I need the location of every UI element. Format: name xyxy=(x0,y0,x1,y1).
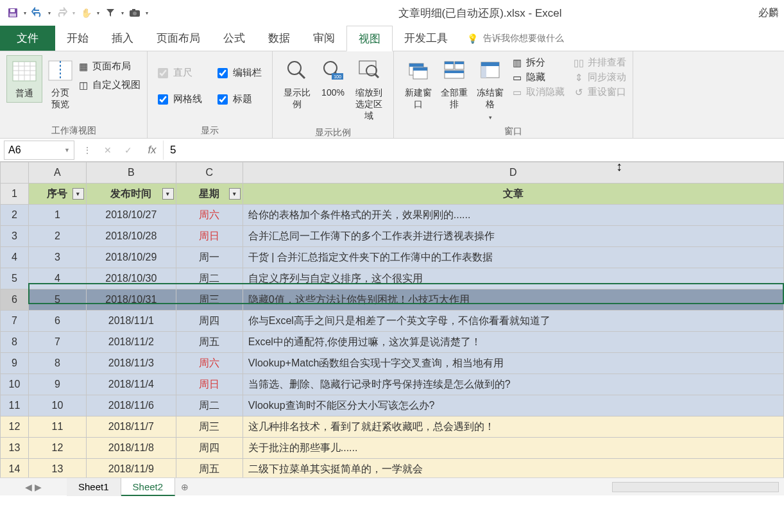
header-seq[interactable]: 序号▾ xyxy=(28,184,86,205)
cell-seq[interactable]: 12 xyxy=(28,438,86,459)
arrange-all-button[interactable]: 全部重排 xyxy=(436,55,472,113)
row-header[interactable]: 7 xyxy=(1,311,29,332)
tab-view[interactable]: 视图 xyxy=(346,26,393,51)
tab-file[interactable]: 文件 xyxy=(0,26,55,51)
cell-date[interactable]: 2018/11/1 xyxy=(86,311,176,332)
row-header[interactable]: 5 xyxy=(1,268,29,289)
redo-dropdown[interactable]: ▾ xyxy=(71,5,77,21)
tab-formula[interactable]: 公式 xyxy=(212,26,257,51)
cell-week[interactable]: 周六 xyxy=(176,353,243,374)
qat-dropdown-2[interactable]: ▾ xyxy=(95,5,101,21)
filter-button[interactable] xyxy=(103,5,118,21)
cell-seq[interactable]: 1 xyxy=(28,205,86,226)
cell-week[interactable]: 周二 xyxy=(176,395,243,416)
cell-date[interactable]: 2018/10/31 xyxy=(86,289,176,311)
cell-seq[interactable]: 6 xyxy=(28,311,86,332)
cell-seq[interactable]: 13 xyxy=(28,459,86,478)
cell-week[interactable]: 周日 xyxy=(176,374,243,395)
row-header[interactable]: 1 xyxy=(1,184,29,205)
tab-layout[interactable]: 页面布局 xyxy=(145,26,212,51)
cell-article[interactable]: 自定义序列与自定义排序，这个很实用 xyxy=(243,268,783,289)
table-row[interactable]: 542018/10/30周二自定义序列与自定义排序，这个很实用 xyxy=(1,268,784,289)
normal-view-button[interactable]: 普通 xyxy=(6,55,42,103)
filter-week[interactable]: ▾ xyxy=(229,188,241,200)
row-header[interactable]: 9 xyxy=(1,353,29,374)
cell-article[interactable]: Vlookup查询时不能区分大小写该怎么办? xyxy=(243,395,783,416)
zoom-selection-button[interactable]: 缩放到 选定区域 xyxy=(351,55,387,124)
row-header[interactable]: 8 xyxy=(1,332,29,353)
table-row[interactable]: 652018/10/31周三隐藏0值，这些方法让你告别困扰！小技巧大作用 xyxy=(1,289,784,311)
camera-button[interactable] xyxy=(127,5,142,21)
cell-week[interactable]: 周一 xyxy=(176,247,243,268)
cell-date[interactable]: 2018/11/4 xyxy=(86,374,176,395)
name-box[interactable]: A6▼ xyxy=(4,141,74,160)
table-row[interactable]: 212018/10/27周六给你的表格加个条件格式的开关，效果刚刚的...... xyxy=(1,205,784,226)
save-button[interactable] xyxy=(5,5,21,21)
zoom-button[interactable]: 显示比例 xyxy=(279,55,315,113)
cell-date[interactable]: 2018/11/7 xyxy=(86,416,176,438)
col-header-B[interactable]: B xyxy=(86,162,176,184)
qat-dropdown-3[interactable]: ▾ xyxy=(119,5,126,21)
row-header[interactable]: 11 xyxy=(1,395,29,416)
undo-button[interactable] xyxy=(30,5,45,21)
tab-data[interactable]: 数据 xyxy=(257,26,302,51)
cell-seq[interactable]: 10 xyxy=(28,395,86,416)
page-layout-button[interactable]: ▦页面布局 xyxy=(78,60,141,73)
cell-seq[interactable]: 2 xyxy=(28,226,86,247)
cell-article[interactable]: 你与Excel高手之间只是相差了一个英文字母，不信你看看就知道了 xyxy=(243,311,783,332)
sheet-tab-1[interactable]: Sheet1 xyxy=(67,478,121,496)
header-article[interactable]: 文章 xyxy=(243,184,783,205)
col-header-D[interactable]: D xyxy=(243,162,783,184)
cell-week[interactable]: 周三 xyxy=(176,289,243,311)
headings-checkbox[interactable]: 标题 xyxy=(217,93,262,105)
table-row[interactable]: 432018/10/29周一干货 | 合并汇总指定文件夹下的工作薄中的工作表数据 xyxy=(1,247,784,268)
hide-button[interactable]: ▭隐藏 xyxy=(512,71,565,83)
row-header[interactable]: 12 xyxy=(1,416,29,438)
cell-article[interactable]: 二级下拉菜单其实挺简单的，一学就会 xyxy=(243,459,783,478)
table-row[interactable]: 762018/11/1周四你与Excel高手之间只是相差了一个英文字母，不信你看… xyxy=(1,311,784,332)
table-row[interactable]: 11102018/11/6周二Vlookup查询时不能区分大小写该怎么办? xyxy=(1,395,784,416)
table-row[interactable]: 982018/11/3周六Vlookup+Match函数组合实现十字交叉查询，相… xyxy=(1,353,784,374)
cell-week[interactable]: 周五 xyxy=(176,332,243,353)
table-row[interactable]: 12112018/11/7周三这几种排名技术，看到了就赶紧收藏吧，总会遇到的！ xyxy=(1,416,784,438)
cell-article[interactable]: Vlookup+Match函数组合实现十字交叉查询，相当地有用 xyxy=(243,353,783,374)
cell-week[interactable]: 周五 xyxy=(176,459,243,478)
header-date[interactable]: 发布时间▾ xyxy=(86,184,176,205)
row-header[interactable]: 10 xyxy=(1,374,29,395)
cell-article[interactable]: 合并汇总同一工作薄下的多个工作表并进行透视表操作 xyxy=(243,226,783,247)
tab-home[interactable]: 开始 xyxy=(55,26,100,51)
namebox-expand-icon[interactable]: ⋮ xyxy=(78,141,96,159)
redo-button[interactable] xyxy=(54,5,69,21)
cell-date[interactable]: 2018/10/28 xyxy=(86,226,176,247)
table-row[interactable]: 14132018/11/9周五二级下拉菜单其实挺简单的，一学就会 xyxy=(1,459,784,478)
undo-dropdown[interactable]: ▾ xyxy=(46,5,53,21)
table-row[interactable]: 322018/10/28周日合并汇总同一工作薄下的多个工作表并进行透视表操作 xyxy=(1,226,784,247)
cell-date[interactable]: 2018/11/3 xyxy=(86,353,176,374)
custom-views-button[interactable]: ◫自定义视图 xyxy=(78,79,141,91)
cell-week[interactable]: 周六 xyxy=(176,205,243,226)
row-header[interactable]: 3 xyxy=(1,226,29,247)
header-week[interactable]: 星期▾ xyxy=(176,184,243,205)
sheet-tab-2[interactable]: Sheet2 xyxy=(121,478,176,496)
filter-date[interactable]: ▾ xyxy=(162,188,174,200)
cell-article[interactable]: Excel中的通配符,你使用过嘛，这次算是说清楚了！ xyxy=(243,332,783,353)
formula-bar[interactable]: 5 xyxy=(163,141,784,160)
cell-date[interactable]: 2018/11/9 xyxy=(86,459,176,478)
cell-week[interactable]: 周四 xyxy=(176,438,243,459)
cell-date[interactable]: 2018/10/27 xyxy=(86,205,176,226)
sheet-nav-prev[interactable]: ◀ xyxy=(25,482,32,492)
row-header[interactable]: 14 xyxy=(1,459,29,478)
cell-article[interactable]: 关于批注的那些事儿...... xyxy=(243,438,783,459)
table-row[interactable]: 1092018/11/4周日当筛选、删除、隐藏行记录时序号保持连续是怎么做到的? xyxy=(1,374,784,395)
cell-seq[interactable]: 11 xyxy=(28,416,86,438)
cell-date[interactable]: 2018/11/2 xyxy=(86,332,176,353)
tab-review[interactable]: 审阅 xyxy=(302,26,346,51)
split-button[interactable]: ▥拆分 xyxy=(512,56,565,69)
touch-mode-button[interactable]: ✋ xyxy=(78,5,94,21)
cell-week[interactable]: 周日 xyxy=(176,226,243,247)
qat-customize[interactable]: ▾ xyxy=(144,5,150,21)
cell-seq[interactable]: 7 xyxy=(28,332,86,353)
row-header[interactable]: 2 xyxy=(1,205,29,226)
new-window-button[interactable]: 新建窗口 xyxy=(400,55,436,113)
tab-dev[interactable]: 开发工具 xyxy=(393,26,459,51)
